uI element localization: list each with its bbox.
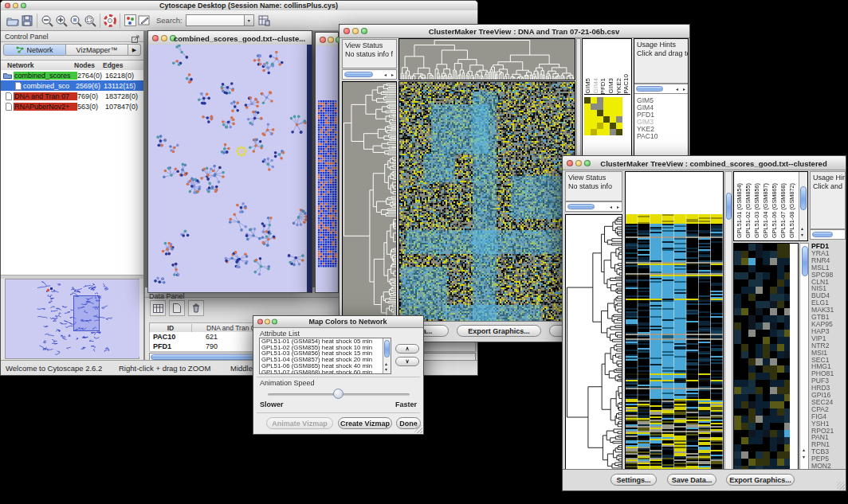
close-button[interactable] [152,35,159,41]
save-icon[interactable] [20,14,34,28]
resize-grip[interactable] [837,482,845,490]
minimize-button[interactable] [161,35,167,41]
hscroll-thumb[interactable] [636,86,663,92]
network-grid-canvas[interactable] [318,100,337,268]
create-vizmap-button[interactable]: Create Vizmap [338,417,392,429]
save-data-button[interactable]: Save Data... [667,474,716,486]
column-labels-vscrollbar[interactable]: ▴ ▾ [799,172,807,240]
help-lifebuoy-icon[interactable] [103,14,117,28]
heatmap-panel[interactable] [625,171,724,471]
delete-attribute-icon[interactable] [188,300,204,316]
zoom-out-icon[interactable] [40,14,54,28]
treeview-dna-titlebar[interactable]: ClusterMaker TreeView : DNA and Tran 07-… [340,25,689,38]
close-button[interactable] [5,3,10,9]
network-overview-canvas[interactable] [6,279,139,357]
vscroll-thumb[interactable] [802,246,808,276]
column-dendrogram-panel[interactable] [398,38,575,80]
minimize-button[interactable] [575,160,582,166]
row-dendrogram-canvas[interactable] [566,215,622,470]
node-palette-icon[interactable] [123,14,137,28]
row-dendrogram-panel[interactable] [342,81,397,322]
select-attributes-icon[interactable] [150,300,166,316]
scroll-up-icon[interactable]: ▴ [803,447,805,452]
speed-slider-thumb[interactable] [333,389,344,399]
hscroll-thumb[interactable] [567,204,595,209]
column-header-nodes[interactable]: Nodes [74,61,103,69]
export-graphics-button[interactable]: Export Graphics... [457,325,541,337]
network-window-titlebar[interactable]: combined_scores_good.txt--cluste... [148,31,312,45]
status-hscrollbar[interactable]: ◂ ▸ [565,201,622,212]
search-input[interactable] [186,14,244,26]
hscroll-thumb[interactable] [812,232,833,237]
close-button[interactable] [320,37,326,43]
heatmap-vscrollbar[interactable] [724,171,732,471]
heatmap-canvas[interactable] [626,214,723,471]
scroll-down-icon[interactable]: ▾ [385,367,387,372]
scroll-right-icon[interactable]: ▸ [617,205,619,209]
export-graphics-button[interactable]: Export Graphics... [726,474,795,486]
hscroll-thumb[interactable] [344,72,373,77]
scroll-left-icon[interactable]: ◂ [610,205,612,209]
row-dendrogram-canvas[interactable] [343,82,396,322]
minimize-button[interactable] [265,319,270,325]
heatmap-canvas[interactable] [399,82,575,322]
search-dropdown-icon[interactable]: ▾ [244,14,254,26]
column-dendrogram-canvas[interactable] [399,39,575,80]
network-row-combined-sco-selected[interactable]: combined_sco 2569(6) 13112(15) [1,80,143,91]
new-attribute-icon[interactable] [169,300,185,316]
zoom-selected-icon[interactable] [69,14,83,28]
scroll-right-icon[interactable]: ▸ [683,87,685,92]
network-view-2-content[interactable] [316,46,338,292]
attribute-item[interactable]: GPL51-07 (GSM868) heat shock 60 min [261,369,391,374]
network-row-dna-tran[interactable]: DNA and Tran 07 769(0) 183728(0) [1,91,143,101]
scroll-down-icon[interactable]: ▾ [801,232,803,237]
scroll-left-icon[interactable]: ◂ [384,72,387,77]
vscroll-thumb[interactable] [800,186,807,210]
tab-vizmapper[interactable]: VizMapper™ [66,44,128,56]
settings-button[interactable]: Settings... [610,474,657,486]
heatmap-panel[interactable] [398,81,575,322]
scroll-right-icon[interactable]: ▸ [391,72,394,77]
scroll-up-icon[interactable]: ▴ [385,361,387,366]
zoom-heatmap-canvas[interactable] [734,244,790,470]
zoom-heatmap-panel[interactable] [733,243,799,471]
vscroll-thumb[interactable] [726,193,732,220]
resize-grip[interactable] [414,425,422,433]
scroll-up-icon[interactable]: ▴ [801,226,803,231]
network-window-2-titlebar[interactable] [316,33,338,47]
id-column-header[interactable]: ID [150,324,192,332]
network-view-canvas[interactable] [148,45,307,292]
vscroll-thumb[interactable] [384,340,390,357]
annotation-icon[interactable] [137,14,151,28]
attribute-browser-icon[interactable] [257,14,272,28]
scroll-down-icon[interactable]: ▾ [803,455,805,459]
zoom-in-icon[interactable] [54,14,69,28]
network-row-combined-scores[interactable]: combined_scores 2764(0) 16218(0) [1,70,143,80]
close-button[interactable] [567,160,573,166]
close-button[interactable] [344,28,350,34]
close-button[interactable] [257,319,263,325]
move-up-button[interactable]: ∧ [395,344,419,354]
zoom-fit-icon[interactable] [83,14,97,28]
zoom-button[interactable] [272,319,277,325]
network-overview-panel[interactable] [5,279,139,359]
tab-network[interactable]: Network [3,44,66,56]
scroll-left-icon[interactable]: ◂ [676,87,678,92]
gene-label[interactable]: PAC10 [637,133,658,140]
status-hscrollbar[interactable]: ◂ ▸ [342,69,397,80]
minimize-button[interactable] [352,28,359,34]
tab-overflow-icon[interactable]: ▶ [128,44,141,56]
minimize-button[interactable] [328,37,334,43]
row-dendrogram-panel[interactable] [565,214,622,471]
animate-vizmap-button[interactable]: Animate Vizmap [266,417,333,429]
map-dialog-titlebar[interactable]: Map Colors to Network [253,316,423,328]
attribute-list[interactable]: GPL51-01 (GSM854) heat shock 05 minGPL51… [259,338,391,374]
treeview-combined-titlebar[interactable]: ClusterMaker TreeView : combined_scores_… [563,156,846,170]
open-folder-icon[interactable] [6,14,20,28]
hints-hscrollbar[interactable] [810,229,846,240]
gene-list-vscrollbar[interactable]: ▴ ▾ [799,243,809,471]
attribute-list-vscrollbar[interactable]: ▴ ▾ [383,338,391,373]
minimize-button[interactable] [13,3,18,9]
zoom-heatmap-canvas[interactable] [584,97,622,135]
column-header-network[interactable]: Network [1,61,74,69]
